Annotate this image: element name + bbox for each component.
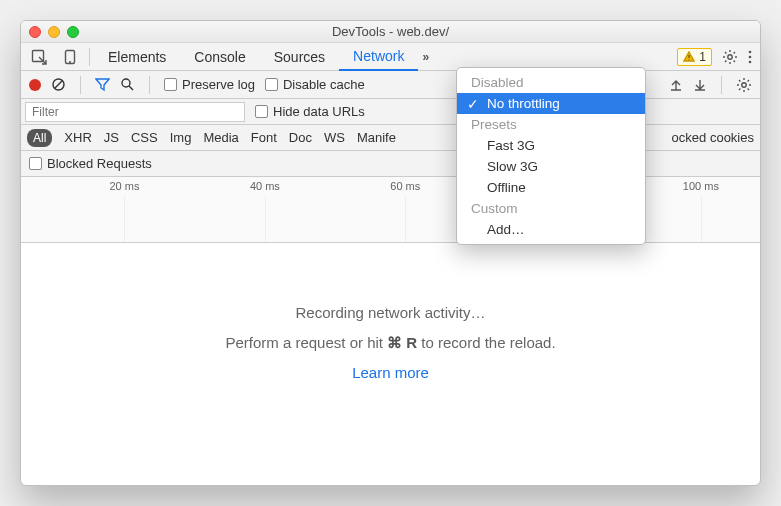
filter-toggle-icon[interactable] (95, 77, 110, 92)
timeline-tick: 100 ms (683, 180, 719, 192)
warnings-badge[interactable]: 1 (677, 48, 712, 66)
blocked-requests-bar: Blocked Requests (21, 151, 760, 177)
type-css[interactable]: CSS (131, 130, 158, 145)
separator (89, 48, 90, 66)
clear-button[interactable] (51, 77, 66, 92)
type-doc[interactable]: Doc (289, 130, 312, 145)
hide-data-urls-checkbox[interactable]: Hide data URLs (255, 104, 365, 119)
import-har-icon[interactable] (669, 78, 683, 92)
window-title: DevTools - web.dev/ (21, 24, 760, 39)
shortcut-key: ⌘ R (387, 334, 417, 351)
blocked-requests-checkbox[interactable]: Blocked Requests (29, 156, 152, 171)
filter-bar: Hide data URLs (21, 99, 760, 125)
svg-point-5 (728, 54, 732, 58)
timeline-tick: 20 ms (109, 180, 139, 192)
timeline-tick: 60 ms (390, 180, 420, 192)
menu-header-disabled: Disabled (457, 72, 645, 93)
separator (721, 76, 722, 94)
svg-point-7 (749, 55, 752, 58)
settings-icon[interactable] (722, 49, 738, 65)
recording-message: Recording network activity… (21, 298, 760, 328)
main-tabbar: Elements Console Sources Network » 1 (21, 43, 760, 71)
record-button[interactable] (29, 79, 41, 91)
svg-point-4 (689, 59, 690, 60)
disable-cache-label: Disable cache (283, 77, 365, 92)
warnings-count: 1 (699, 50, 706, 64)
menu-header-custom: Custom (457, 198, 645, 219)
inspect-element-icon[interactable] (23, 45, 55, 69)
menu-item-offline[interactable]: Offline (457, 177, 645, 198)
checkbox-icon (164, 78, 177, 91)
disable-cache-checkbox[interactable]: Disable cache (265, 77, 365, 92)
separator (149, 76, 150, 94)
blocked-cookies-truncated[interactable]: ocked cookies (672, 130, 754, 145)
devtools-window: DevTools - web.dev/ Elements Console Sou… (20, 20, 761, 486)
type-font[interactable]: Font (251, 130, 277, 145)
svg-line-10 (55, 81, 62, 88)
separator (80, 76, 81, 94)
checkbox-icon (265, 78, 278, 91)
network-settings-icon[interactable] (736, 77, 752, 93)
reload-hint: Perform a request or hit ⌘ R to record t… (21, 328, 760, 358)
type-ws[interactable]: WS (324, 130, 345, 145)
hide-data-urls-label: Hide data URLs (273, 104, 365, 119)
checkbox-icon (255, 105, 268, 118)
type-all-pill[interactable]: All (27, 129, 52, 147)
titlebar: DevTools - web.dev/ (21, 21, 760, 43)
checkbox-icon (29, 157, 42, 170)
learn-more-link[interactable]: Learn more (21, 358, 760, 388)
tab-sources[interactable]: Sources (260, 43, 339, 71)
search-icon[interactable] (120, 77, 135, 92)
throttling-menu: Disabled No throttling Presets Fast 3G S… (456, 67, 646, 245)
menu-header-presets: Presets (457, 114, 645, 135)
tabs-overflow-icon[interactable]: » (418, 50, 433, 64)
tab-elements[interactable]: Elements (94, 43, 180, 71)
svg-point-8 (749, 60, 752, 63)
menu-item-add[interactable]: Add… (457, 219, 645, 240)
preserve-log-checkbox[interactable]: Preserve log (164, 77, 255, 92)
type-img[interactable]: Img (170, 130, 192, 145)
menu-item-slow-3g[interactable]: Slow 3G (457, 156, 645, 177)
timeline-tick: 40 ms (250, 180, 280, 192)
network-toolbar: Preserve log Disable cache (21, 71, 760, 99)
filter-input[interactable] (25, 102, 245, 122)
menu-item-fast-3g[interactable]: Fast 3G (457, 135, 645, 156)
empty-state: Recording network activity… Perform a re… (21, 243, 760, 388)
timeline-overview[interactable]: 20 ms 40 ms 60 ms 100 ms (21, 177, 760, 243)
blocked-requests-label: Blocked Requests (47, 156, 152, 171)
type-filter-bar: All XHR JS CSS Img Media Font Doc WS Man… (21, 125, 760, 151)
menu-item-no-throttling[interactable]: No throttling (457, 93, 645, 114)
export-har-icon[interactable] (693, 78, 707, 92)
type-media[interactable]: Media (203, 130, 238, 145)
device-toolbar-icon[interactable] (55, 45, 85, 69)
type-xhr[interactable]: XHR (64, 130, 91, 145)
svg-point-6 (749, 50, 752, 53)
preserve-log-label: Preserve log (182, 77, 255, 92)
tab-network[interactable]: Network (339, 43, 418, 71)
more-options-icon[interactable] (748, 49, 752, 65)
warning-icon (683, 51, 695, 63)
svg-line-12 (129, 86, 133, 90)
svg-point-13 (742, 82, 746, 86)
tab-console[interactable]: Console (180, 43, 259, 71)
svg-point-11 (122, 79, 130, 87)
type-js[interactable]: JS (104, 130, 119, 145)
type-manifest[interactable]: Manife (357, 130, 396, 145)
